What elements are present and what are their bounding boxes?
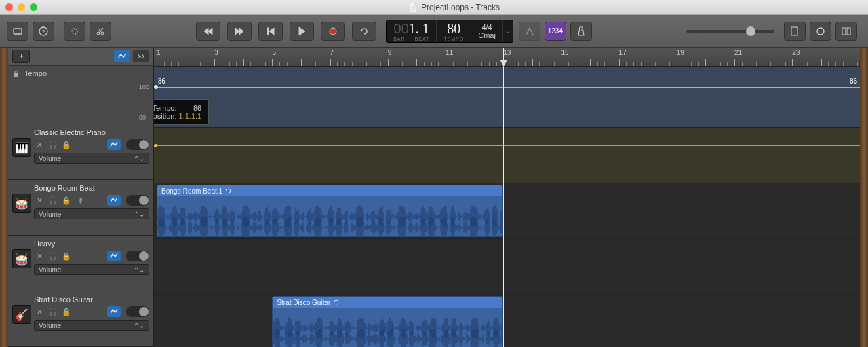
zoom-window-button[interactable] bbox=[30, 3, 37, 11]
track-lane[interactable] bbox=[154, 239, 860, 295]
svg-point-7 bbox=[330, 28, 336, 35]
track-lane[interactable]: Bongo Room Beat.1 bbox=[154, 183, 860, 239]
loops-button[interactable] bbox=[810, 22, 831, 41]
track-header[interactable]: 🎹 Classic Electric Piano ✕ 🎧 🔒 Volume⌃⌄ bbox=[8, 124, 153, 180]
track-automation-button[interactable] bbox=[107, 251, 121, 261]
mute-button[interactable]: ✕ bbox=[34, 307, 45, 316]
track-name[interactable]: Bongo Room Beat bbox=[34, 184, 149, 192]
track-automation-button[interactable] bbox=[107, 139, 121, 150]
automation-parameter-select[interactable]: Volume⌃⌄ bbox=[34, 208, 149, 219]
track-enable-toggle[interactable] bbox=[126, 195, 149, 206]
window-titlebar: 📄ProjectLoops - Tracks bbox=[0, 0, 868, 15]
input-monitor-button[interactable]: 🎙 bbox=[75, 196, 85, 205]
library-button[interactable] bbox=[7, 22, 28, 41]
svg-rect-0 bbox=[14, 29, 22, 34]
svg-rect-9 bbox=[791, 27, 797, 35]
ruler-bar-number: 11 bbox=[446, 49, 453, 56]
help-button[interactable]: ? bbox=[33, 22, 54, 41]
track-enable-toggle[interactable] bbox=[126, 139, 149, 150]
rewind-button[interactable] bbox=[196, 22, 220, 41]
bar-ruler[interactable]: 1357911131517192123 bbox=[154, 48, 860, 67]
solo-button[interactable]: 🎧 bbox=[47, 196, 58, 205]
svg-point-3 bbox=[72, 29, 77, 34]
go-to-start-button[interactable] bbox=[258, 22, 283, 41]
audio-region[interactable]: Strat Disco Guitar bbox=[272, 296, 503, 347]
transport-controls bbox=[196, 22, 380, 41]
metronome-button[interactable] bbox=[570, 22, 592, 41]
loop-icon bbox=[333, 299, 340, 306]
ruler-bar-number: 21 bbox=[734, 49, 742, 56]
automation-toggle-button[interactable] bbox=[114, 50, 130, 62]
ruler-bar-number: 19 bbox=[677, 49, 684, 56]
track-name[interactable]: Heavy bbox=[34, 240, 149, 248]
track-lane[interactable]: Strat Disco Guitar bbox=[154, 295, 860, 347]
minimize-window-button[interactable] bbox=[18, 3, 25, 11]
track-header[interactable]: 🥁 Heavy ✕ 🎧 🔒 Volume⌃⌄ bbox=[8, 236, 153, 291]
media-button[interactable] bbox=[835, 22, 857, 41]
notepad-button[interactable] bbox=[784, 22, 806, 41]
track-automation-button[interactable] bbox=[107, 306, 121, 317]
track-name[interactable]: Classic Electric Piano bbox=[34, 128, 149, 136]
record-button[interactable] bbox=[321, 22, 345, 41]
track-headers-panel: ＋ Tempo 100 80 🎹 Classic Electric Piano bbox=[8, 48, 154, 347]
window-title: ProjectLoops - Tracks bbox=[421, 3, 500, 12]
tempo-scale-high: 100 bbox=[139, 84, 149, 90]
track-instrument-icon[interactable]: 🥁 bbox=[12, 194, 31, 213]
mute-button[interactable]: ✕ bbox=[34, 251, 45, 261]
smart-controls-button[interactable] bbox=[64, 22, 85, 41]
track-header[interactable]: 🎸 Strat Disco Guitar ✕ 🎧 🔒 Volume⌃⌄ bbox=[8, 291, 153, 347]
track-automation-button[interactable] bbox=[107, 195, 121, 206]
count-in-button[interactable]: 1234 bbox=[545, 22, 566, 41]
ruler-bar-number: 9 bbox=[388, 49, 392, 56]
region-name: Bongo Room Beat.1 bbox=[161, 187, 222, 195]
lcd-position[interactable]: 001. 1 BARBEAT bbox=[387, 20, 437, 42]
track-instrument-icon[interactable]: 🎹 bbox=[12, 138, 31, 157]
automation-parameter-select[interactable]: Volume⌃⌄ bbox=[34, 153, 149, 164]
track-enable-toggle[interactable] bbox=[126, 306, 149, 317]
track-filter-button[interactable] bbox=[133, 50, 149, 62]
cycle-button[interactable] bbox=[352, 22, 376, 41]
track-enable-toggle[interactable] bbox=[126, 251, 149, 261]
lock-track-button[interactable]: 🔒 bbox=[61, 251, 72, 261]
lcd-timesig-key[interactable]: 4/4 Cmaj bbox=[471, 20, 503, 42]
solo-button[interactable]: 🎧 bbox=[47, 140, 58, 149]
audio-region[interactable]: Bongo Room Beat.1 bbox=[157, 185, 503, 237]
timeline-area[interactable]: 1357911131517192123 86 86 Change Tempo: … bbox=[154, 48, 860, 347]
tuner-button[interactable] bbox=[519, 22, 540, 41]
main-toolbar: ? 001. 1 BARBEAT 80 TEMPO 4/4 Cmaj ⌄ 123… bbox=[0, 15, 868, 48]
scissors-button[interactable] bbox=[90, 22, 111, 41]
lock-track-button[interactable]: 🔒 bbox=[61, 307, 72, 316]
tempo-scale-low: 80 bbox=[139, 114, 149, 121]
track-header[interactable]: 🥁 Bongo Room Beat ✕ 🎧 🔒 🎙 Volume⌃⌄ bbox=[8, 180, 153, 236]
tempo-tooltip: Change Tempo: 86 Position: 1.1.1.1 bbox=[154, 99, 209, 125]
track-name[interactable]: Strat Disco Guitar bbox=[34, 295, 149, 304]
display-lcd[interactable]: 001. 1 BARBEAT 80 TEMPO 4/4 Cmaj ⌄ bbox=[386, 20, 513, 43]
track-instrument-icon[interactable]: 🥁 bbox=[12, 249, 31, 268]
close-window-button[interactable] bbox=[5, 3, 13, 11]
solo-button[interactable]: 🎧 bbox=[47, 307, 58, 316]
automation-parameter-select[interactable]: Volume⌃⌄ bbox=[34, 320, 149, 331]
play-button[interactable] bbox=[290, 22, 314, 41]
forward-button[interactable] bbox=[227, 22, 252, 41]
wood-border-right bbox=[860, 48, 868, 347]
track-instrument-icon[interactable]: 🎸 bbox=[12, 305, 31, 324]
ruler-bar-number: 13 bbox=[503, 49, 511, 56]
document-icon: 📄 bbox=[408, 3, 418, 12]
tempo-point[interactable] bbox=[154, 85, 158, 89]
tempo-track-label: Tempo bbox=[24, 69, 47, 77]
lcd-menu-chevron[interactable]: ⌄ bbox=[503, 20, 513, 42]
playhead[interactable] bbox=[503, 48, 504, 347]
add-track-button[interactable]: ＋ bbox=[12, 50, 30, 63]
tempo-lane[interactable]: 86 86 Change Tempo: 86 Position: 1.1.1.1 bbox=[154, 67, 860, 128]
track-lane[interactable] bbox=[154, 128, 860, 183]
loop-icon bbox=[225, 187, 232, 194]
lock-track-button[interactable]: 🔒 bbox=[61, 196, 72, 205]
solo-button[interactable]: 🎧 bbox=[47, 251, 58, 261]
mute-button[interactable]: ✕ bbox=[34, 140, 45, 149]
master-volume-slider[interactable] bbox=[686, 30, 774, 33]
lock-track-button[interactable]: 🔒 bbox=[61, 140, 72, 149]
lcd-tempo[interactable]: 80 TEMPO bbox=[437, 20, 471, 42]
mute-button[interactable]: ✕ bbox=[34, 196, 45, 205]
automation-parameter-select[interactable]: Volume⌃⌄ bbox=[34, 264, 149, 275]
automation-point[interactable] bbox=[154, 144, 157, 147]
